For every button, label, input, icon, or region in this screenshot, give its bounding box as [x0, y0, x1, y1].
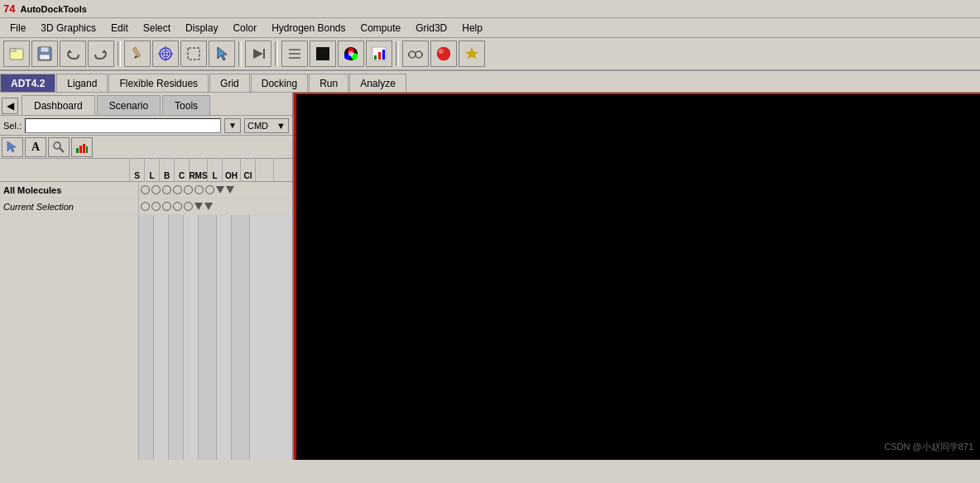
circle-6[interactable] [195, 185, 204, 194]
circle-7[interactable] [205, 185, 214, 194]
color-wheel-button[interactable] [338, 41, 364, 67]
grey-col-4 [184, 215, 199, 460]
app-title: AutoDockTools [20, 4, 86, 14]
title-bar: 74 AutoDockTools [0, 0, 980, 18]
circle-c3[interactable] [162, 202, 171, 211]
open-file-button[interactable] [3, 41, 30, 67]
col-headers-row: S L B C RMS L OH Cl [0, 159, 292, 182]
lines-button[interactable] [281, 41, 308, 67]
save-button[interactable] [31, 41, 58, 67]
sel-input[interactable] [25, 118, 221, 133]
menu-hydrogen-bonds[interactable]: Hydrogen Bonds [265, 21, 352, 36]
chart-button[interactable] [366, 41, 392, 67]
mol-name-space [0, 215, 139, 460]
circle-c4[interactable] [173, 202, 182, 211]
pencil-button[interactable] [124, 41, 151, 67]
svg-point-36 [54, 142, 60, 149]
circle-5[interactable] [184, 185, 193, 194]
data-col-headers: S L B C RMS L OH Cl [130, 159, 292, 181]
tab-grid[interactable]: Grid [209, 74, 250, 92]
sel-row: Sel.: ▼ CMD ▼ [0, 116, 292, 136]
menu-edit[interactable]: Edit [104, 21, 135, 36]
menu-3d-graphics[interactable]: 3D Graphics [34, 21, 103, 36]
col-oh: OH [223, 159, 241, 181]
adt-tabs: ADT4.2 Ligand Flexible Residues Grid Doc… [0, 71, 980, 93]
tab-scenario[interactable]: Scenario [97, 95, 161, 115]
text-tool-button[interactable]: A [25, 137, 46, 157]
sel-dropdown-button[interactable]: ▼ [224, 118, 241, 133]
svg-rect-38 [76, 148, 79, 153]
mol-data-all [139, 182, 292, 198]
menu-help[interactable]: Help [455, 21, 489, 36]
circle-4[interactable] [173, 185, 182, 194]
toolbar-separator-2 [238, 41, 242, 66]
tab-flexible-residues[interactable]: Flexible Residues [108, 74, 209, 92]
menu-grid3d[interactable]: Grid3D [409, 21, 454, 36]
svg-rect-11 [188, 48, 199, 60]
svg-rect-39 [79, 146, 82, 153]
col-l: L [145, 159, 160, 181]
sel-label: Sel.: [3, 121, 22, 131]
menu-file[interactable]: File [3, 21, 32, 36]
tab-adt42[interactable]: ADT4.2 [0, 74, 55, 92]
triangle-c2[interactable] [204, 203, 213, 210]
circle-3[interactable] [162, 185, 171, 194]
svg-rect-4 [40, 55, 50, 60]
3d-viewport[interactable]: CSDN @小赵同学871 [294, 93, 980, 460]
svg-marker-12 [253, 49, 263, 59]
grey-col-7 [232, 215, 250, 460]
svg-rect-41 [86, 146, 88, 153]
tab-analyze[interactable]: Analyze [349, 74, 406, 92]
tab-run[interactable]: Run [309, 74, 348, 92]
circle-c5[interactable] [184, 202, 193, 211]
grey-col-8 [250, 215, 292, 460]
nav-tabs: ◀ Dashboard Scenario Tools [0, 93, 292, 116]
col-s: S [130, 159, 145, 181]
col-separators [0, 215, 292, 460]
pointer-button[interactable] [209, 41, 235, 67]
svg-rect-24 [374, 55, 377, 60]
toolbar-separator-3 [275, 41, 278, 66]
svg-point-27 [409, 51, 416, 58]
svg-point-34 [439, 49, 444, 54]
tab-ligand[interactable]: Ligand [56, 74, 108, 92]
select-region-button[interactable] [180, 41, 207, 67]
black-box-button[interactable] [310, 41, 336, 67]
glasses-button[interactable] [402, 41, 429, 67]
circle-c2[interactable] [151, 202, 161, 211]
circle-c1[interactable] [141, 202, 150, 211]
circle-2[interactable] [151, 185, 161, 194]
menu-display[interactable]: Display [179, 21, 224, 36]
menu-color[interactable]: Color [226, 21, 263, 36]
col-cl: Cl [241, 159, 256, 181]
nav-back-button[interactable]: ◀ [2, 98, 18, 114]
svg-rect-26 [382, 50, 385, 60]
mol-name-all: All Molecules [0, 182, 139, 198]
select-tool-button[interactable] [2, 137, 23, 157]
circle-1[interactable] [141, 185, 150, 194]
toolbar [0, 38, 980, 71]
menu-compute[interactable]: Compute [354, 21, 408, 36]
triangle-1[interactable] [216, 186, 224, 194]
grey-col-5 [199, 215, 217, 460]
zoom-tool-button[interactable] [48, 137, 70, 157]
svg-line-37 [60, 148, 64, 152]
trophy-button[interactable] [459, 41, 485, 67]
cmd-dropdown[interactable]: CMD ▼ [244, 118, 289, 133]
run-button[interactable] [245, 41, 271, 67]
tab-tools[interactable]: Tools [162, 95, 210, 115]
triangle-2[interactable] [226, 186, 234, 194]
tab-docking[interactable]: Docking [251, 74, 308, 92]
col-rms: RMS [190, 159, 208, 181]
undo-button[interactable] [60, 41, 86, 67]
redo-button[interactable] [88, 41, 114, 67]
target-button[interactable] [152, 41, 179, 67]
histogram-button[interactable] [71, 137, 93, 157]
tab-dashboard[interactable]: Dashboard [22, 95, 95, 115]
cmd-arrow: ▼ [276, 121, 286, 131]
triangle-c1[interactable] [195, 203, 203, 210]
menu-select[interactable]: Select [137, 21, 177, 36]
cmd-label: CMD [247, 121, 268, 131]
col-b: B [160, 159, 175, 181]
red-sphere-button[interactable] [430, 41, 457, 67]
